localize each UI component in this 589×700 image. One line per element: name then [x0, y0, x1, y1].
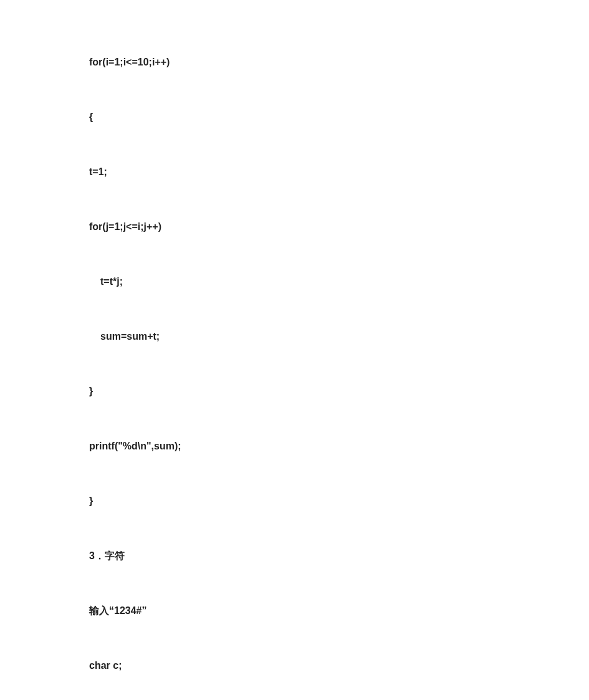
code-line: for(i=1;i<=10;i++): [89, 55, 589, 70]
code-line: }: [89, 384, 589, 399]
text-line: 输入“1234#”: [89, 603, 589, 618]
code-line: char c;: [89, 658, 589, 673]
code-line: }: [89, 494, 589, 509]
code-line: printf("%d\n",sum);: [89, 439, 589, 454]
document-page: for(i=1;i<=10;i++) { t=1; for(j=1;j<=i;j…: [0, 0, 589, 700]
code-line: sum=sum+t;: [89, 329, 589, 344]
code-line: {: [89, 110, 589, 125]
code-line: for(j=1;j<=i;j++): [89, 219, 589, 234]
section-heading: 3．字符: [89, 549, 589, 563]
code-line: t=t*j;: [89, 274, 589, 289]
code-line: t=1;: [89, 165, 589, 180]
